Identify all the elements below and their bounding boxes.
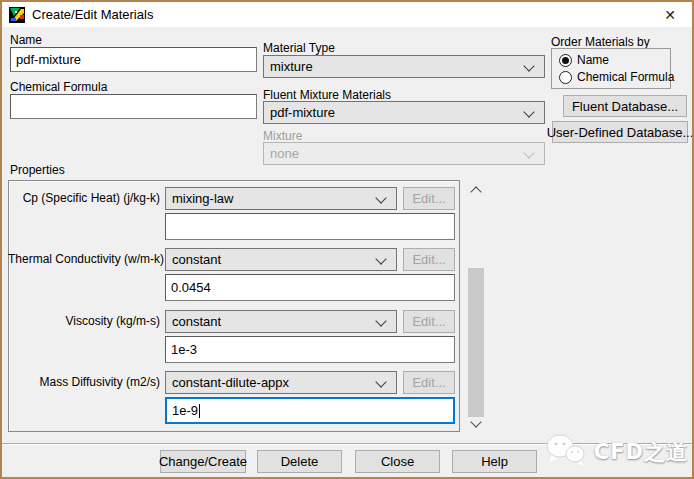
mixture-label: Mixture (263, 129, 302, 143)
mass-diffusivity-value: 1e-9 (172, 403, 198, 418)
chemical-formula-input[interactable] (10, 94, 257, 119)
scrollbar-thumb[interactable] (468, 268, 484, 417)
close-icon[interactable]: ✕ (658, 5, 682, 25)
chevron-down-icon (375, 192, 386, 203)
radio-unselected-icon[interactable] (559, 71, 572, 84)
chevron-down-icon (375, 315, 386, 326)
viscosity-value-input[interactable]: 1e-3 (165, 336, 455, 363)
mass-diffusivity-method-dropdown[interactable]: constant-dilute-appx (165, 371, 397, 394)
wechat-icon (544, 433, 588, 470)
cp-method-dropdown[interactable]: mixing-law (165, 187, 397, 210)
user-defined-database-button[interactable]: User-Defined Database... (552, 121, 688, 143)
radio-selected-icon[interactable] (559, 54, 572, 67)
thermal-conductivity-method-value: constant (172, 252, 221, 267)
viscosity-value: 1e-3 (171, 342, 197, 357)
mass-diffusivity-edit-button: Edit... (403, 371, 455, 394)
thermal-conductivity-method-dropdown[interactable]: constant (165, 248, 397, 271)
viscosity-method-value: constant (172, 314, 221, 329)
viscosity-method-dropdown[interactable]: constant (165, 310, 397, 333)
title-bar: Create/Edit Materials ✕ (2, 2, 692, 27)
mixture-value: none (270, 146, 299, 161)
chevron-down-icon (375, 253, 386, 264)
delete-button[interactable]: Delete (257, 450, 342, 473)
mass-diffusivity-label: Mass Diffusivity (m2/s) (8, 375, 160, 389)
material-type-dropdown[interactable]: mixture (263, 55, 545, 78)
chevron-down-icon (375, 376, 386, 387)
name-label: Name (10, 33, 42, 47)
mixture-dropdown: none (263, 142, 545, 165)
scroll-up-button[interactable] (466, 181, 486, 198)
text-cursor (199, 404, 200, 418)
fluent-database-button[interactable]: Fluent Database... (563, 95, 687, 117)
fluent-mixture-materials-dropdown[interactable]: pdf-mixture (263, 101, 545, 124)
order-by-name-option[interactable]: Name (559, 53, 609, 67)
viscosity-edit-button: Edit... (403, 310, 455, 333)
order-materials-by-label: Order Materials by (551, 35, 650, 49)
mass-diffusivity-method-value: constant-dilute-appx (172, 375, 289, 390)
name-input[interactable]: pdf-mixture (10, 47, 257, 72)
app-icon (9, 7, 25, 23)
create-edit-materials-dialog: Create/Edit Materials ✕ Name pdf-mixture… (0, 0, 694, 479)
scroll-down-button[interactable] (466, 415, 486, 432)
cp-value-input[interactable] (165, 213, 455, 240)
close-button[interactable]: Close (355, 450, 440, 473)
cp-label: Cp (Specific Heat) (j/kg-k) (8, 191, 160, 205)
chemical-formula-label: Chemical Formula (10, 80, 107, 94)
mass-diffusivity-value-input[interactable]: 1e-9 (165, 397, 455, 424)
material-type-label: Material Type (263, 41, 335, 55)
watermark-text: CFD之道 (594, 438, 688, 466)
name-input-value: pdf-mixture (16, 52, 81, 67)
order-by-chemical-formula-option[interactable]: Chemical Formula (559, 70, 674, 84)
help-button[interactable]: Help (452, 450, 537, 473)
window-title: Create/Edit Materials (32, 7, 153, 22)
viscosity-label: Viscosity (kg/m-s) (8, 314, 160, 328)
fluent-mixture-materials-value: pdf-mixture (270, 105, 335, 120)
properties-scrollbar[interactable] (466, 181, 486, 432)
chevron-down-icon (523, 147, 534, 158)
thermal-conductivity-value: 0.0454 (171, 280, 211, 295)
cp-edit-button: Edit... (403, 187, 455, 210)
thermal-conductivity-label: Thermal Conductivity (w/m-k) (8, 252, 160, 266)
cp-method-value: mixing-law (172, 191, 233, 206)
fluent-mixture-materials-label: Fluent Mixture Materials (263, 88, 391, 102)
change-create-button[interactable]: Change/Create (160, 450, 246, 473)
material-type-value: mixture (270, 59, 313, 74)
thermal-conductivity-value-input[interactable]: 0.0454 (165, 274, 455, 301)
chevron-down-icon (523, 106, 534, 117)
properties-section-label: Properties (10, 163, 65, 177)
chevron-up-icon (470, 186, 481, 197)
order-by-name-label: Name (577, 53, 609, 67)
watermark: CFD之道 (544, 433, 688, 470)
chevron-down-icon (523, 60, 534, 71)
chevron-down-icon (470, 416, 481, 427)
order-by-chemical-formula-label: Chemical Formula (577, 70, 674, 84)
thermal-conductivity-edit-button: Edit... (403, 248, 455, 271)
